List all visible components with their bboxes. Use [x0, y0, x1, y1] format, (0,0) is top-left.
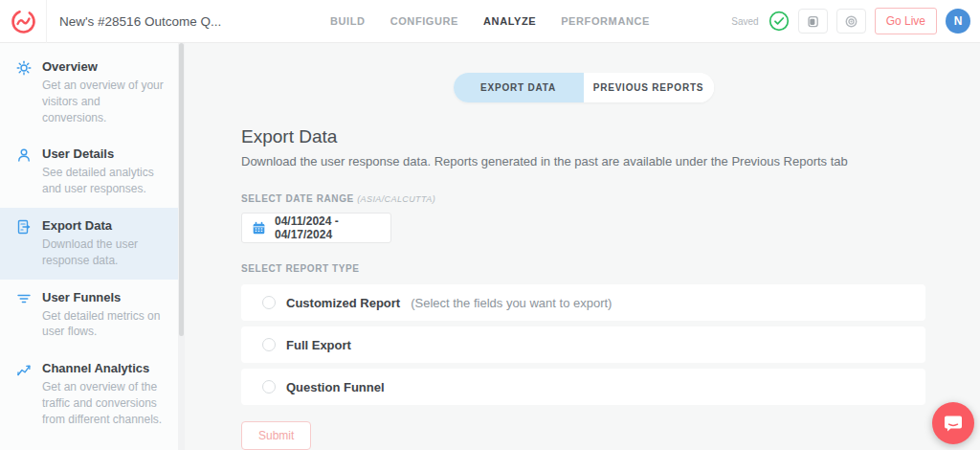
date-range-label: SELECT DATE RANGE (ASIA/CALCUTTA) — [241, 193, 925, 204]
outgrow-logo-icon — [11, 9, 36, 34]
funnel-icon — [16, 290, 32, 341]
calendar-icon — [252, 221, 266, 236]
sidebar-item-desc: Get an overview of your visitors and con… — [42, 78, 167, 125]
eye-icon — [844, 14, 858, 29]
document-title[interactable]: New's #28516 Outcome Q... — [59, 14, 221, 29]
nav-analyze[interactable]: ANALYZE — [483, 15, 536, 27]
date-range-value: 04/11/2024 - 04/17/2024 — [275, 214, 381, 241]
report-option-customized[interactable]: Customized Report (Select the fields you… — [241, 284, 925, 321]
page-title: Export Data — [241, 126, 925, 147]
sidebar-item-channel-analytics[interactable]: Channel Analytics Get an overview of the… — [0, 350, 185, 438]
sidebar-item-desc: Download the user response data. — [42, 236, 167, 269]
sidebar-item-label: Channel Analytics — [42, 361, 167, 375]
saved-status-label: Saved — [731, 16, 758, 27]
report-option-full-export[interactable]: Full Export — [241, 326, 925, 363]
export-tabs: EXPORT DATA PREVIOUS REPORTS — [454, 73, 714, 102]
sidebar-item-desc: Get detailed metrics on user flows. — [42, 308, 167, 341]
devices-icon — [806, 14, 820, 29]
top-navigation: BUILD CONFIGURE ANALYZE PERFORMANCE — [330, 15, 650, 27]
tab-previous-reports[interactable]: PREVIOUS REPORTS — [584, 73, 714, 102]
date-range-picker[interactable]: 04/11/2024 - 04/17/2024 — [241, 213, 391, 243]
sidebar-item-compare[interactable]: Compare Compare results gathered on Outg… — [0, 439, 185, 450]
sidebar-item-desc: Get an overview of the traffic and conve… — [42, 379, 167, 427]
radio-button[interactable] — [262, 338, 276, 351]
sidebar-item-desc: See detailed analytics and user response… — [42, 165, 167, 197]
export-document-icon — [16, 218, 32, 269]
report-option-question-funnel[interactable]: Question Funnel — [241, 369, 925, 405]
radio-button[interactable] — [262, 296, 276, 309]
top-right-controls: Saved Go Live N — [731, 8, 970, 34]
main-content: EXPORT DATA PREVIOUS REPORTS Export Data… — [185, 43, 980, 450]
go-live-button[interactable]: Go Live — [875, 8, 937, 34]
nav-performance[interactable]: PERFORMANCE — [561, 15, 650, 27]
chat-widget-button[interactable] — [932, 402, 974, 444]
sidebar-scrollbar — [178, 43, 185, 450]
report-option-note: (Select the fields you want to export) — [411, 296, 612, 310]
sidebar-item-overview[interactable]: Overview Get an overview of your visitor… — [0, 49, 185, 136]
line-chart-icon — [16, 361, 32, 427]
sidebar-item-label: Overview — [42, 59, 167, 74]
gear-icon — [16, 59, 32, 125]
sidebar-item-export-data[interactable]: Export Data Download the user response d… — [0, 208, 185, 280]
tab-export-data[interactable]: EXPORT DATA — [454, 73, 584, 102]
device-preview-button[interactable] — [798, 9, 828, 34]
chat-bubble-icon — [944, 415, 963, 433]
saved-check-icon — [768, 11, 790, 32]
submit-button[interactable]: Submit — [241, 421, 311, 450]
app-window: New's #28516 Outcome Q... BUILD CONFIGUR… — [0, 0, 980, 450]
sidebar-item-user-funnels[interactable]: User Funnels Get detailed metrics on use… — [0, 280, 185, 351]
report-option-label: Customized Report — [286, 296, 400, 310]
radio-button[interactable] — [262, 380, 276, 394]
nav-build[interactable]: BUILD — [330, 15, 366, 27]
report-option-label: Question Funnel — [286, 380, 385, 394]
analyze-sidebar: Overview Get an overview of your visitor… — [0, 43, 185, 450]
sidebar-item-user-details[interactable]: User Details See detailed analytics and … — [0, 136, 185, 208]
preview-button[interactable] — [836, 9, 866, 34]
person-icon — [16, 146, 32, 197]
report-type-label: SELECT REPORT TYPE — [241, 263, 925, 274]
report-option-label: Full Export — [286, 338, 351, 352]
top-bar: New's #28516 Outcome Q... BUILD CONFIGUR… — [0, 0, 980, 43]
sidebar-item-label: User Funnels — [42, 290, 167, 304]
user-avatar[interactable]: N — [946, 9, 970, 34]
sidebar-item-label: Export Data — [42, 218, 167, 233]
timezone-label: (ASIA/CALCUTTA) — [357, 194, 435, 204]
sidebar-item-label: User Details — [42, 146, 167, 161]
date-range-label-text: SELECT DATE RANGE — [241, 193, 354, 204]
outgrow-logo[interactable] — [0, 0, 47, 43]
sidebar-scrollbar-thumb[interactable] — [179, 43, 184, 336]
nav-configure[interactable]: CONFIGURE — [390, 15, 458, 27]
page-description: Download the user response data. Reports… — [241, 154, 925, 169]
